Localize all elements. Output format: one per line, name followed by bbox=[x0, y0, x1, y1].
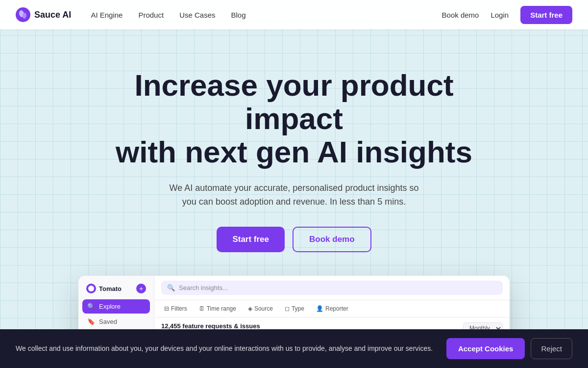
nav-product[interactable]: Product bbox=[138, 11, 164, 19]
nav-start-free-button[interactable]: Start free bbox=[520, 6, 572, 24]
chart-title: 12,455 feature requests & issues bbox=[161, 322, 260, 330]
calendar-icon: 🗓 bbox=[199, 305, 205, 312]
hero-cta-group: Start free Book demo bbox=[217, 227, 371, 252]
filter-time-range[interactable]: 🗓 Time range bbox=[196, 304, 239, 313]
search-placeholder-text: Search insights... bbox=[179, 284, 228, 291]
hero-title: Increase your product impact with next g… bbox=[110, 69, 478, 169]
nav-blog[interactable]: Blog bbox=[231, 11, 245, 19]
hero-subtitle: We AI automate your accurate, personalis… bbox=[167, 181, 421, 210]
logo-text: Sauce AI bbox=[34, 10, 71, 20]
sidebar-header: Tomato + bbox=[82, 282, 150, 299]
svg-point-3 bbox=[88, 286, 94, 291]
reporter-icon: 👤 bbox=[316, 305, 323, 312]
nav-login-link[interactable]: Login bbox=[490, 11, 509, 19]
cookie-banner: We collect and use information about you… bbox=[0, 329, 588, 368]
sidebar-add-button[interactable]: + bbox=[136, 284, 146, 293]
app-toolbar: 🔍 Search insights... bbox=[154, 276, 510, 300]
hero-start-free-button[interactable]: Start free bbox=[217, 227, 285, 252]
hero-section: Increase your product impact with next g… bbox=[0, 0, 588, 368]
sidebar-item-explore[interactable]: 🔍 Explore bbox=[82, 299, 150, 314]
accept-cookies-button[interactable]: Accept Cookies bbox=[446, 338, 525, 359]
filter-icon: ⊟ bbox=[164, 305, 169, 312]
cookie-text: We collect and use information about you… bbox=[16, 343, 435, 354]
filter-reporter[interactable]: 👤 Reporter bbox=[313, 304, 351, 313]
saved-icon: 🔖 bbox=[87, 318, 95, 325]
nav-ai-engine[interactable]: AI Engine bbox=[91, 11, 122, 19]
sidebar-item-saved[interactable]: 🔖 Saved bbox=[82, 315, 150, 329]
nav-links: AI Engine Product Use Cases Blog bbox=[91, 11, 441, 19]
hero-book-demo-button[interactable]: Book demo bbox=[293, 227, 371, 252]
sidebar-company-name: Tomato bbox=[99, 285, 122, 292]
cookie-actions: Accept Cookies Reject bbox=[446, 338, 572, 359]
reject-cookies-button[interactable]: Reject bbox=[531, 338, 572, 359]
search-icon: 🔍 bbox=[167, 284, 175, 291]
nav-right: Book demo Login Start free bbox=[442, 6, 572, 24]
nav-use-cases[interactable]: Use Cases bbox=[179, 11, 215, 19]
type-icon: ◻ bbox=[285, 305, 290, 312]
nav-book-demo-link[interactable]: Book demo bbox=[442, 11, 479, 19]
navigation: Sauce AI AI Engine Product Use Cases Blo… bbox=[0, 0, 588, 29]
filter-type[interactable]: ◻ Type bbox=[282, 304, 307, 313]
app-search-bar[interactable]: 🔍 Search insights... bbox=[161, 281, 503, 295]
logo-link[interactable]: Sauce AI bbox=[16, 7, 71, 22]
sidebar-logo: Tomato bbox=[86, 284, 122, 293]
sidebar-logo-icon bbox=[86, 284, 96, 293]
logo-icon bbox=[16, 7, 30, 22]
app-filters-bar: ⊟ Filters 🗓 Time range ◈ Source ◻ Type bbox=[154, 300, 510, 317]
explore-icon: 🔍 bbox=[87, 303, 95, 310]
filter-filters[interactable]: ⊟ Filters bbox=[161, 304, 190, 313]
filter-source[interactable]: ◈ Source bbox=[245, 304, 276, 313]
source-icon: ◈ bbox=[248, 305, 252, 312]
